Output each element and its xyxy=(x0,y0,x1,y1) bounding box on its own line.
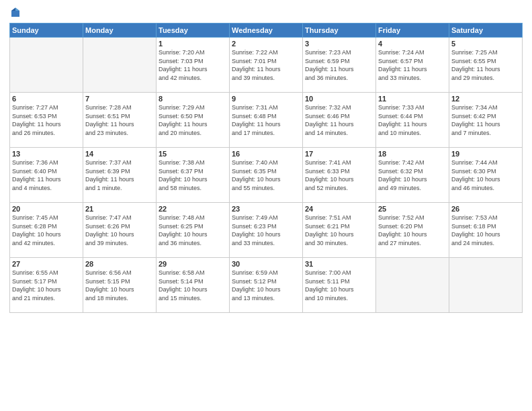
calendar-day: 3Sunrise: 7:23 AM Sunset: 6:59 PM Daylig… xyxy=(303,38,376,93)
calendar-day: 29Sunrise: 6:58 AM Sunset: 5:14 PM Dayli… xyxy=(157,258,230,313)
calendar-day: 20Sunrise: 7:45 AM Sunset: 6:28 PM Dayli… xyxy=(10,203,83,258)
calendar-day: 31Sunrise: 7:00 AM Sunset: 5:11 PM Dayli… xyxy=(303,258,376,313)
calendar-week-row: 13Sunrise: 7:36 AM Sunset: 6:40 PM Dayli… xyxy=(10,148,523,203)
calendar-header-row: SundayMondayTuesdayWednesdayThursdayFrid… xyxy=(10,24,523,38)
calendar-day: 1Sunrise: 7:20 AM Sunset: 7:03 PM Daylig… xyxy=(157,38,230,93)
day-info: Sunrise: 7:42 AM Sunset: 6:32 PM Dayligh… xyxy=(378,158,447,192)
day-info: Sunrise: 7:31 AM Sunset: 6:48 PM Dayligh… xyxy=(232,103,300,137)
calendar-day: 18Sunrise: 7:42 AM Sunset: 6:32 PM Dayli… xyxy=(376,148,449,203)
calendar-day: 9Sunrise: 7:31 AM Sunset: 6:48 PM Daylig… xyxy=(230,93,303,148)
calendar-week-row: 20Sunrise: 7:45 AM Sunset: 6:28 PM Dayli… xyxy=(10,203,523,258)
day-number: 5 xyxy=(451,40,520,48)
calendar-week-row: 6Sunrise: 7:27 AM Sunset: 6:53 PM Daylig… xyxy=(10,93,523,148)
day-number: 14 xyxy=(85,150,154,158)
day-number: 20 xyxy=(12,205,81,213)
day-info: Sunrise: 7:41 AM Sunset: 6:33 PM Dayligh… xyxy=(305,158,373,192)
calendar-day xyxy=(83,38,157,93)
svg-marker-2 xyxy=(11,8,15,11)
day-info: Sunrise: 7:40 AM Sunset: 6:35 PM Dayligh… xyxy=(232,158,300,192)
day-info: Sunrise: 7:24 AM Sunset: 6:57 PM Dayligh… xyxy=(378,48,447,82)
day-info: Sunrise: 7:38 AM Sunset: 6:37 PM Dayligh… xyxy=(159,158,227,192)
day-number: 24 xyxy=(305,205,373,213)
day-number: 8 xyxy=(159,95,227,103)
day-info: Sunrise: 7:00 AM Sunset: 5:11 PM Dayligh… xyxy=(305,269,373,302)
day-number: 13 xyxy=(12,150,81,158)
calendar-day: 10Sunrise: 7:32 AM Sunset: 6:46 PM Dayli… xyxy=(303,93,376,148)
day-number: 31 xyxy=(305,260,373,268)
day-number: 6 xyxy=(12,95,81,103)
day-info: Sunrise: 7:51 AM Sunset: 6:21 PM Dayligh… xyxy=(305,214,373,247)
day-info: Sunrise: 6:55 AM Sunset: 5:17 PM Dayligh… xyxy=(12,269,81,302)
day-number: 30 xyxy=(232,260,300,268)
day-info: Sunrise: 7:22 AM Sunset: 7:01 PM Dayligh… xyxy=(232,48,300,82)
day-info: Sunrise: 7:23 AM Sunset: 6:59 PM Dayligh… xyxy=(305,48,373,82)
day-number: 18 xyxy=(378,150,447,158)
day-header-tuesday: Tuesday xyxy=(157,24,230,38)
day-header-wednesday: Wednesday xyxy=(230,24,303,38)
day-header-saturday: Saturday xyxy=(449,24,523,38)
day-number: 9 xyxy=(232,95,300,103)
svg-marker-1 xyxy=(15,8,19,11)
general-blue-icon xyxy=(9,7,21,19)
day-header-sunday: Sunday xyxy=(10,24,83,38)
header xyxy=(9,7,523,19)
day-info: Sunrise: 7:53 AM Sunset: 6:18 PM Dayligh… xyxy=(451,214,520,247)
day-number: 26 xyxy=(451,205,520,213)
day-header-monday: Monday xyxy=(83,24,157,38)
day-number: 1 xyxy=(159,40,227,48)
day-info: Sunrise: 7:28 AM Sunset: 6:51 PM Dayligh… xyxy=(85,103,154,137)
day-info: Sunrise: 7:32 AM Sunset: 6:46 PM Dayligh… xyxy=(305,103,373,137)
day-info: Sunrise: 7:20 AM Sunset: 7:03 PM Dayligh… xyxy=(159,48,227,82)
day-number: 19 xyxy=(451,150,520,158)
day-number: 16 xyxy=(232,150,300,158)
day-number: 27 xyxy=(12,260,81,268)
day-number: 22 xyxy=(159,205,227,213)
day-number: 2 xyxy=(232,40,300,48)
calendar-day: 6Sunrise: 7:27 AM Sunset: 6:53 PM Daylig… xyxy=(10,93,83,148)
day-info: Sunrise: 7:44 AM Sunset: 6:30 PM Dayligh… xyxy=(451,158,520,192)
day-info: Sunrise: 7:45 AM Sunset: 6:28 PM Dayligh… xyxy=(12,214,81,247)
calendar-day: 21Sunrise: 7:47 AM Sunset: 6:26 PM Dayli… xyxy=(83,203,157,258)
day-number: 25 xyxy=(378,205,447,213)
calendar-day xyxy=(10,38,83,93)
day-number: 3 xyxy=(305,40,373,48)
day-number: 4 xyxy=(378,40,447,48)
calendar-day: 15Sunrise: 7:38 AM Sunset: 6:37 PM Dayli… xyxy=(157,148,230,203)
day-info: Sunrise: 7:37 AM Sunset: 6:39 PM Dayligh… xyxy=(85,158,154,192)
day-info: Sunrise: 6:58 AM Sunset: 5:14 PM Dayligh… xyxy=(159,269,227,302)
logo xyxy=(9,7,23,19)
calendar-day: 17Sunrise: 7:41 AM Sunset: 6:33 PM Dayli… xyxy=(303,148,376,203)
calendar-day: 26Sunrise: 7:53 AM Sunset: 6:18 PM Dayli… xyxy=(449,203,523,258)
calendar-table: SundayMondayTuesdayWednesdayThursdayFrid… xyxy=(9,23,523,313)
calendar-day: 16Sunrise: 7:40 AM Sunset: 6:35 PM Dayli… xyxy=(230,148,303,203)
calendar-week-row: 27Sunrise: 6:55 AM Sunset: 5:17 PM Dayli… xyxy=(10,258,523,313)
calendar-day: 19Sunrise: 7:44 AM Sunset: 6:30 PM Dayli… xyxy=(449,148,523,203)
day-info: Sunrise: 7:34 AM Sunset: 6:42 PM Dayligh… xyxy=(451,103,520,137)
day-number: 28 xyxy=(85,260,154,268)
day-info: Sunrise: 6:59 AM Sunset: 5:12 PM Dayligh… xyxy=(232,269,300,302)
calendar-day: 14Sunrise: 7:37 AM Sunset: 6:39 PM Dayli… xyxy=(83,148,157,203)
page: SundayMondayTuesdayWednesdayThursdayFrid… xyxy=(0,0,532,411)
day-info: Sunrise: 7:47 AM Sunset: 6:26 PM Dayligh… xyxy=(85,214,154,247)
day-info: Sunrise: 7:52 AM Sunset: 6:20 PM Dayligh… xyxy=(378,214,447,247)
calendar-day: 7Sunrise: 7:28 AM Sunset: 6:51 PM Daylig… xyxy=(83,93,157,148)
day-info: Sunrise: 6:56 AM Sunset: 5:15 PM Dayligh… xyxy=(85,269,154,302)
day-info: Sunrise: 7:25 AM Sunset: 6:55 PM Dayligh… xyxy=(451,48,520,82)
day-header-thursday: Thursday xyxy=(303,24,376,38)
day-info: Sunrise: 7:48 AM Sunset: 6:25 PM Dayligh… xyxy=(159,214,227,247)
day-info: Sunrise: 7:36 AM Sunset: 6:40 PM Dayligh… xyxy=(12,158,81,192)
calendar-day: 5Sunrise: 7:25 AM Sunset: 6:55 PM Daylig… xyxy=(449,38,523,93)
day-header-friday: Friday xyxy=(376,24,449,38)
day-number: 17 xyxy=(305,150,373,158)
calendar-day: 24Sunrise: 7:51 AM Sunset: 6:21 PM Dayli… xyxy=(303,203,376,258)
day-info: Sunrise: 7:49 AM Sunset: 6:23 PM Dayligh… xyxy=(232,214,300,247)
day-number: 15 xyxy=(159,150,227,158)
day-info: Sunrise: 7:27 AM Sunset: 6:53 PM Dayligh… xyxy=(12,103,81,137)
day-number: 23 xyxy=(232,205,300,213)
calendar-day: 12Sunrise: 7:34 AM Sunset: 6:42 PM Dayli… xyxy=(449,93,523,148)
calendar-day xyxy=(449,258,523,313)
calendar-week-row: 1Sunrise: 7:20 AM Sunset: 7:03 PM Daylig… xyxy=(10,38,523,93)
calendar-day: 22Sunrise: 7:48 AM Sunset: 6:25 PM Dayli… xyxy=(157,203,230,258)
day-number: 12 xyxy=(451,95,520,103)
day-info: Sunrise: 7:33 AM Sunset: 6:44 PM Dayligh… xyxy=(378,103,447,137)
